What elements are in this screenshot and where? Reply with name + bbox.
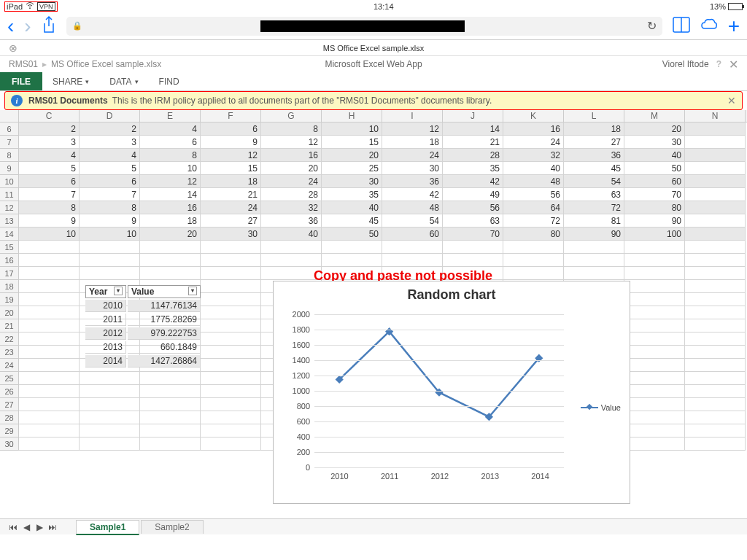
row-header[interactable]: 27 <box>0 398 19 411</box>
cell[interactable]: 12 <box>261 136 322 149</box>
cell[interactable] <box>80 398 140 411</box>
cell[interactable] <box>685 293 746 306</box>
col-header[interactable]: D <box>80 110 140 122</box>
row-header[interactable]: 10 <box>0 175 19 188</box>
row-header[interactable]: 24 <box>0 359 19 372</box>
cloud-icon[interactable] <box>700 17 718 35</box>
cell[interactable] <box>624 267 685 280</box>
sheet-tab-sample1[interactable]: Sample1 <box>76 520 139 535</box>
cell[interactable]: 90 <box>624 214 685 228</box>
cell[interactable] <box>19 306 80 319</box>
cell[interactable] <box>261 267 322 280</box>
cell[interactable] <box>624 424 685 438</box>
cell[interactable] <box>685 372 746 385</box>
cell[interactable]: 12 <box>201 149 261 162</box>
cell[interactable]: 54 <box>564 175 624 188</box>
cell[interactable] <box>140 398 201 411</box>
sheet-nav-prev[interactable]: ◀ <box>20 522 32 532</box>
cell[interactable]: 3 <box>80 136 140 149</box>
cell[interactable]: 21 <box>201 188 261 201</box>
cell[interactable] <box>140 424 201 438</box>
cell[interactable] <box>19 254 80 267</box>
col-header[interactable]: E <box>140 110 201 122</box>
col-header[interactable]: F <box>201 110 261 122</box>
cell[interactable]: 80 <box>624 201 685 214</box>
cell[interactable]: 9 <box>80 214 140 228</box>
row-header[interactable]: 20 <box>0 306 19 319</box>
cell[interactable] <box>19 346 80 359</box>
cell[interactable] <box>624 438 685 451</box>
cell[interactable]: 56 <box>443 201 503 214</box>
cell[interactable] <box>201 332 261 346</box>
cell[interactable] <box>201 359 261 372</box>
cell[interactable]: 10 <box>322 122 382 136</box>
cell[interactable]: 18 <box>201 175 261 188</box>
cell[interactable]: 30 <box>382 162 443 175</box>
col-header[interactable]: L <box>564 110 624 122</box>
row-header[interactable]: 14 <box>0 228 19 241</box>
cell[interactable] <box>685 438 746 451</box>
cell[interactable]: 36 <box>382 175 443 188</box>
cell[interactable] <box>19 411 80 424</box>
find-button[interactable]: FIND <box>149 72 190 90</box>
cell[interactable] <box>80 241 140 254</box>
file-tab[interactable]: FILE <box>0 72 42 90</box>
cell[interactable] <box>19 372 80 385</box>
cell[interactable]: 10 <box>19 228 80 241</box>
row-header[interactable]: 17 <box>0 267 19 280</box>
cell[interactable] <box>564 254 624 267</box>
cell[interactable]: 40 <box>503 162 564 175</box>
cell[interactable]: 20 <box>624 122 685 136</box>
cell[interactable]: 56 <box>503 188 564 201</box>
row-header[interactable]: 8 <box>0 149 19 162</box>
cell[interactable]: 16 <box>261 149 322 162</box>
cell[interactable] <box>322 241 382 254</box>
reader-icon[interactable] <box>673 17 690 35</box>
tab-title[interactable]: MS Office Excel sample.xlsx <box>323 44 425 52</box>
cell[interactable]: 14 <box>140 188 201 201</box>
breadcrumb-file[interactable]: MS Office Excel sample.xlsx <box>51 59 161 69</box>
cell[interactable] <box>201 372 261 385</box>
mini-header[interactable]: Year▾ <box>85 285 126 298</box>
row-header[interactable]: 21 <box>0 319 19 332</box>
cell[interactable]: 100 <box>624 228 685 241</box>
cell[interactable]: 7 <box>19 188 80 201</box>
cell[interactable] <box>261 241 322 254</box>
notice-close-button[interactable]: ✕ <box>727 95 736 106</box>
cell[interactable]: 45 <box>322 214 382 228</box>
row-header[interactable]: 19 <box>0 293 19 306</box>
cell[interactable] <box>685 332 746 346</box>
cell[interactable] <box>685 228 746 241</box>
cell[interactable] <box>624 319 685 332</box>
cell[interactable]: 7 <box>80 188 140 201</box>
cell[interactable]: 40 <box>261 228 322 241</box>
cell[interactable]: 28 <box>443 149 503 162</box>
col-header[interactable]: M <box>624 110 685 122</box>
col-header[interactable]: K <box>503 110 564 122</box>
cell[interactable] <box>19 332 80 346</box>
cell[interactable]: 15 <box>322 136 382 149</box>
row-header[interactable]: 11 <box>0 188 19 201</box>
cell[interactable]: 12 <box>382 122 443 136</box>
cell[interactable]: 42 <box>443 175 503 188</box>
cell[interactable]: 36 <box>261 214 322 228</box>
cell[interactable]: 8 <box>140 149 201 162</box>
cell[interactable]: 48 <box>382 201 443 214</box>
cell[interactable] <box>201 306 261 319</box>
cell[interactable] <box>382 241 443 254</box>
cell[interactable]: 27 <box>564 136 624 149</box>
cell[interactable]: 2 <box>19 122 80 136</box>
cell[interactable]: 14 <box>443 122 503 136</box>
row-header[interactable]: 22 <box>0 332 19 346</box>
cell[interactable]: 64 <box>503 201 564 214</box>
cell[interactable] <box>80 411 140 424</box>
cell[interactable] <box>685 359 746 372</box>
cell[interactable]: 27 <box>201 214 261 228</box>
cell[interactable] <box>322 254 382 267</box>
cell[interactable]: 6 <box>19 175 80 188</box>
row-header[interactable]: 9 <box>0 162 19 175</box>
cell[interactable]: 49 <box>443 188 503 201</box>
cell[interactable]: 4 <box>80 149 140 162</box>
reload-button[interactable]: ↻ <box>647 19 657 33</box>
cell[interactable] <box>80 372 140 385</box>
